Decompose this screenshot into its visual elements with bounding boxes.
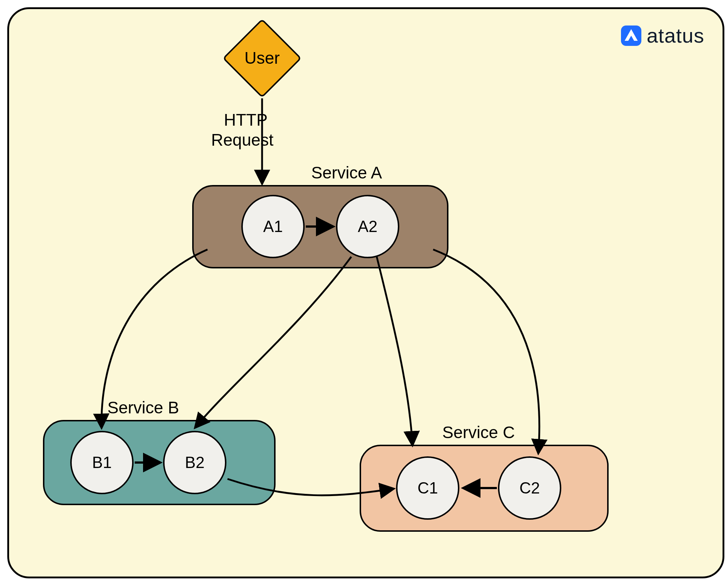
edge-aright-to-c2 <box>433 249 539 453</box>
pod-c1-label: C1 <box>418 479 438 497</box>
diagram-canvas: User HTTP Request Service A A1 A2 Servic… <box>9 9 723 577</box>
service-c-label: Service C <box>442 423 515 442</box>
pod-c2-label: C2 <box>519 479 540 497</box>
user-label: User <box>244 48 280 67</box>
edge-label-http-line2: Request <box>211 130 274 149</box>
edge-a2-to-b2 <box>195 257 351 427</box>
service-b-label: Service B <box>107 398 179 417</box>
edge-label-http-line1: HTTP <box>224 110 268 129</box>
pod-b2-label: B2 <box>185 453 205 471</box>
pod-a2-label: A2 <box>358 217 377 235</box>
user-node: User <box>223 20 301 97</box>
diagram-frame: atatus User HTTP Request Service A A1 A2 <box>7 7 724 578</box>
edge-a2-to-c1 <box>377 257 412 445</box>
pod-a1-label: A1 <box>263 217 283 235</box>
service-a-label: Service A <box>311 163 382 182</box>
pod-b1-label: B1 <box>92 453 112 471</box>
